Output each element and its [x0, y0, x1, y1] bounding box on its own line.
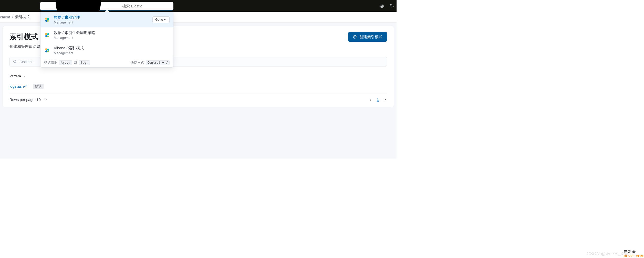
chevron-down-icon	[44, 98, 47, 102]
rows-per-page[interactable]: Rows per page: 10	[9, 98, 47, 102]
suggestion-item[interactable]: 数据 / 索引生命周期策略 Management	[40, 27, 173, 43]
popover-footer: 筛选依据 type: 或 tag: 快捷方式 Control + /	[40, 58, 173, 67]
global-search[interactable]	[40, 2, 173, 10]
pager: 1	[369, 97, 387, 102]
page-number[interactable]: 1	[377, 97, 379, 102]
filter-or-label: 或	[74, 61, 77, 64]
breadcrumb-item[interactable]: ement	[0, 15, 10, 19]
goto-button[interactable]: Go to ↵	[152, 16, 170, 23]
breadcrumb-item: 索引模式	[15, 15, 29, 19]
sort-asc-icon	[22, 75, 25, 78]
svg-point-10	[47, 33, 49, 35]
svg-point-9	[45, 33, 47, 35]
elastic-logo-icon	[44, 47, 50, 53]
popover-caret	[105, 10, 110, 12]
suggestion-sub: Management	[54, 36, 170, 40]
suggestion-sub: Management	[54, 20, 149, 24]
table-header[interactable]: Pattern	[9, 66, 387, 81]
elastic-logo-icon	[44, 32, 50, 38]
suggestion-sub: Management	[54, 51, 170, 55]
plus-circle-icon	[353, 35, 357, 39]
suggestion-item[interactable]: 数据 / 索引管理 Management Go to ↵	[40, 12, 173, 27]
chevron-left-icon[interactable]	[369, 98, 372, 102]
svg-point-14	[47, 49, 49, 51]
svg-point-13	[45, 48, 47, 50]
breadcrumb-sep: /	[12, 15, 13, 19]
svg-point-7	[45, 20, 47, 22]
search-icon	[13, 60, 17, 64]
svg-point-11	[45, 35, 47, 37]
filter-placeholder: Search...	[19, 60, 35, 64]
svg-point-12	[47, 36, 49, 37]
svg-point-8	[47, 20, 49, 22]
suggestion-item[interactable]: Kibana / 索引模式 Management	[40, 43, 173, 58]
svg-line-21	[16, 62, 16, 63]
svg-point-15	[45, 50, 47, 52]
svg-point-20	[14, 60, 16, 63]
table-row: logstash-* 默认	[9, 81, 387, 94]
chevron-right-icon[interactable]	[383, 98, 387, 102]
filter-tag-chip[interactable]: tag:	[79, 60, 90, 65]
global-search-input[interactable]	[122, 4, 171, 8]
topbar	[0, 0, 397, 12]
filter-type-chip[interactable]: type:	[59, 60, 72, 65]
create-index-pattern-button[interactable]: 创建索引模式	[348, 32, 387, 42]
svg-point-3	[381, 5, 383, 7]
default-badge: 默认	[33, 84, 44, 89]
shortcut-label: 快捷方式	[131, 61, 144, 64]
col-pattern[interactable]: Pattern	[9, 74, 21, 78]
svg-point-2	[380, 4, 384, 8]
elastic-logo-icon	[44, 17, 50, 23]
search-suggestions-popover: 数据 / 索引管理 Management Go to ↵ 数据 / 索引生命周期…	[40, 12, 173, 68]
svg-point-6	[47, 18, 49, 20]
index-pattern-link[interactable]: logstash-*	[9, 84, 27, 88]
page-subtitle: 创建和管理帮助您从	[9, 44, 44, 49]
svg-point-5	[45, 18, 47, 20]
newsfeed-icon[interactable]	[390, 4, 394, 8]
filter-by-label: 筛选依据	[44, 61, 57, 64]
svg-point-16	[47, 51, 49, 52]
shortcut-key: Control + /	[146, 60, 170, 65]
suggestion-link[interactable]: 数据 / 索引管理	[54, 15, 80, 19]
page-title: 索引模式	[9, 32, 44, 42]
help-icon[interactable]	[380, 4, 384, 8]
svg-point-4	[393, 6, 393, 6]
